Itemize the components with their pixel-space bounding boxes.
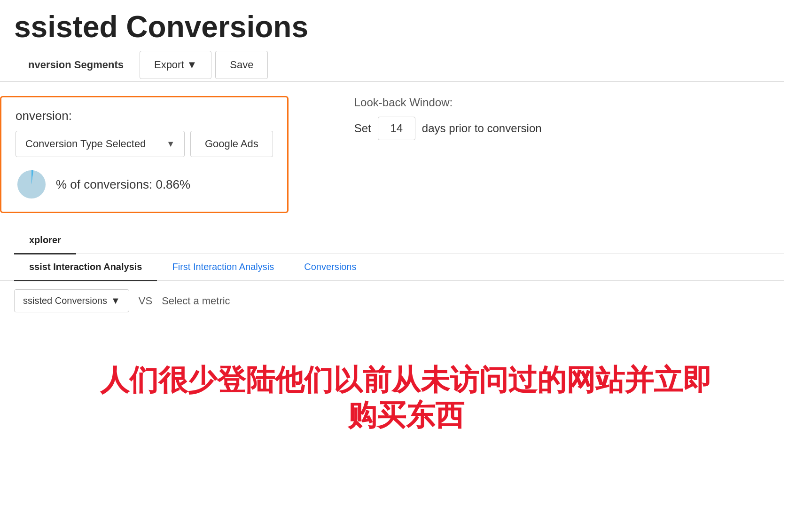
tab-first-interaction[interactable]: First Interaction Analysis bbox=[157, 254, 289, 281]
metric-label: ssisted Conversions bbox=[23, 295, 107, 306]
explorer-tabs: xplorer bbox=[14, 227, 784, 254]
dropdown-arrow-icon: ▼ bbox=[166, 139, 175, 149]
chart-controls: ssisted Conversions ▼ VS Select a metric bbox=[0, 281, 784, 321]
google-ads-button[interactable]: Google Ads bbox=[190, 131, 273, 157]
lookback-row: Set days prior to conversion bbox=[354, 117, 542, 140]
conversion-type-row: Conversion Type Selected ▼ Google Ads bbox=[16, 131, 273, 157]
page: ssisted Conversions nversion Segments Ex… bbox=[0, 0, 812, 508]
analysis-tabs: ssist Interaction Analysis First Interac… bbox=[0, 254, 784, 281]
lookback-set-label: Set bbox=[354, 122, 371, 135]
lookback-title: Look-back Window: bbox=[354, 96, 542, 109]
export-arrow-icon: ▼ bbox=[187, 59, 197, 71]
conversion-type-dropdown[interactable]: Conversion Type Selected ▼ bbox=[16, 131, 185, 157]
export-button[interactable]: Export ▼ bbox=[140, 51, 211, 79]
pie-chart-area: % of conversions: 0.86% bbox=[16, 168, 273, 200]
conversion-highlight-box: onversion: Conversion Type Selected ▼ Go… bbox=[0, 96, 289, 213]
page-title: ssisted Conversions bbox=[0, 9, 784, 44]
assisted-conversions-dropdown[interactable]: ssisted Conversions ▼ bbox=[14, 289, 129, 312]
tab-conversions[interactable]: Conversions bbox=[289, 254, 371, 281]
toolbar: nversion Segments Export ▼ Save bbox=[0, 49, 784, 82]
vs-label: VS bbox=[139, 295, 152, 307]
lookback-suffix-label: days prior to conversion bbox=[422, 122, 542, 135]
tab-explorer[interactable]: xplorer bbox=[14, 227, 76, 254]
lookback-section: Look-back Window: Set days prior to conv… bbox=[354, 96, 542, 140]
conversion-percent: % of conversions: 0.86% bbox=[56, 177, 190, 192]
select-metric-label: Select a metric bbox=[162, 295, 230, 307]
lookback-days-input[interactable] bbox=[378, 117, 415, 140]
tab-assist-interaction[interactable]: ssist Interaction Analysis bbox=[14, 254, 157, 281]
conversion-type-label: Conversion Type Selected bbox=[25, 138, 146, 150]
metric-arrow-icon: ▼ bbox=[111, 295, 120, 306]
save-button[interactable]: Save bbox=[215, 51, 268, 79]
annotation-text: 人们很少登陆他们以前从未访问过的网站并立即购买东西 bbox=[100, 363, 712, 433]
annotation-overlay: 人们很少登陆他们以前从未访问过的网站并立即购买东西 bbox=[0, 363, 812, 433]
toolbar-conversion-segments[interactable]: nversion Segments bbox=[14, 51, 138, 80]
pie-chart-icon bbox=[16, 168, 47, 200]
export-label: Export bbox=[154, 59, 184, 71]
conversion-label: onversion: bbox=[16, 109, 273, 123]
settings-row: onversion: Conversion Type Selected ▼ Go… bbox=[14, 82, 784, 227]
